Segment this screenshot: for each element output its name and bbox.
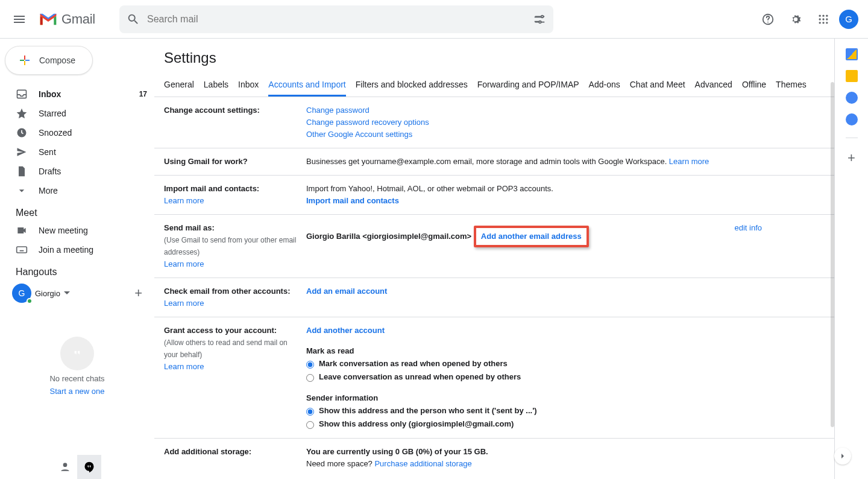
row-label: Grant access to your account: bbox=[164, 326, 277, 335]
chat-bottom-tabs bbox=[0, 455, 154, 479]
sidebar-item-label: Inbox bbox=[39, 89, 128, 99]
row-sublabel: (Allow others to read and send mail on y… bbox=[164, 338, 288, 359]
sidebar-item-label: Snoozed bbox=[39, 128, 147, 138]
get-addons-button[interactable]: + bbox=[848, 150, 855, 166]
row-label: Send mail as: bbox=[164, 223, 215, 232]
sidebar-item-inbox[interactable]: Inbox 17 bbox=[0, 84, 154, 104]
tasks-app-icon[interactable] bbox=[846, 92, 858, 104]
add-another-email-link[interactable]: Add another email address bbox=[481, 232, 582, 241]
tab-accounts-and-import[interactable]: Accounts and Import bbox=[268, 74, 345, 97]
compose-label: Compose bbox=[39, 56, 75, 65]
check-learn-more-link[interactable]: Learn more bbox=[164, 299, 204, 308]
tab-general[interactable]: General bbox=[164, 74, 194, 97]
gmail-logo[interactable]: Gmail bbox=[39, 11, 95, 28]
row-label: Import mail and contacts: bbox=[164, 184, 259, 193]
plus-multicolor-icon bbox=[17, 53, 32, 68]
apps-grid-icon bbox=[817, 13, 829, 25]
edit-info-link[interactable]: edit info bbox=[734, 222, 762, 234]
contacts-app-icon[interactable] bbox=[846, 113, 858, 125]
star-icon bbox=[16, 107, 28, 119]
mark-as-read-heading: Mark as read bbox=[306, 346, 354, 355]
svg-point-8 bbox=[822, 18, 824, 20]
row-send-mail-as: Send mail as: (Use Gmail to send from yo… bbox=[154, 215, 834, 278]
sidebar-item-new-meeting[interactable]: New meeting bbox=[0, 221, 154, 240]
tab-chat-meet[interactable]: Chat and Meet bbox=[630, 74, 685, 97]
sidebar-item-sent[interactable]: Sent bbox=[0, 142, 154, 162]
row-check-email: Check email from other accounts: Learn m… bbox=[154, 278, 834, 317]
grant-learn-more-link[interactable]: Learn more bbox=[164, 362, 204, 371]
mark-read-option: Mark conversation as read when opened by… bbox=[319, 358, 508, 370]
new-chat-button[interactable]: + bbox=[134, 285, 142, 301]
annotation-highlight-box: Add another email address bbox=[474, 226, 589, 247]
tab-filters[interactable]: Filters and blocked addresses bbox=[356, 74, 468, 97]
tab-themes[interactable]: Themes bbox=[776, 74, 807, 97]
tab-offline[interactable]: Offline bbox=[742, 74, 766, 97]
svg-point-9 bbox=[826, 18, 828, 20]
purchase-storage-link[interactable]: Purchase additional storage bbox=[374, 459, 471, 468]
chat-tab-hangouts[interactable] bbox=[77, 455, 101, 479]
sidebar-item-label: Join a meeting bbox=[39, 245, 147, 255]
svg-point-12 bbox=[826, 22, 828, 24]
settings-content[interactable]: Change account settings: Change password… bbox=[154, 97, 834, 479]
sidebar-item-more[interactable]: More bbox=[0, 181, 154, 200]
storage-usage: You are currently using 0 GB (0%) of you… bbox=[306, 447, 488, 456]
other-account-settings-link[interactable]: Other Google Account settings bbox=[306, 130, 412, 139]
sidebar-item-snoozed[interactable]: Snoozed bbox=[0, 123, 154, 142]
change-password-link[interactable]: Change password bbox=[306, 106, 370, 115]
scrollbar[interactable] bbox=[831, 82, 834, 427]
main-menu-button[interactable] bbox=[5, 5, 34, 34]
add-another-account-link[interactable]: Add another account bbox=[306, 326, 385, 335]
search-options-icon[interactable] bbox=[533, 13, 546, 26]
change-recovery-link[interactable]: Change password recovery options bbox=[306, 118, 429, 127]
show-sent-by-radio[interactable] bbox=[306, 408, 314, 416]
row-label: Add additional storage: bbox=[164, 446, 297, 458]
sidebar-item-label: Starred bbox=[39, 109, 147, 118]
settings-button[interactable] bbox=[784, 7, 808, 31]
header-actions: G bbox=[756, 7, 858, 31]
sidebar-item-join-meeting[interactable]: Join a meeting bbox=[0, 240, 154, 259]
tab-addons[interactable]: Add-ons bbox=[589, 74, 620, 97]
chat-empty-state: No recent chats Start a new one bbox=[0, 306, 154, 455]
row-label: Using Gmail for work? bbox=[164, 156, 297, 168]
workspace-learn-more-link[interactable]: Learn more bbox=[669, 157, 709, 166]
page-title: Settings bbox=[154, 39, 834, 74]
search-bar[interactable] bbox=[119, 5, 553, 33]
row-import-mail: Import mail and contacts: Learn more Imp… bbox=[154, 176, 834, 215]
side-panel-toggle[interactable] bbox=[834, 448, 851, 465]
add-email-account-link[interactable]: Add an email account bbox=[306, 287, 387, 296]
import-description: Import from Yahoo!, Hotmail, AOL, or oth… bbox=[306, 184, 553, 193]
svg-point-3 bbox=[767, 21, 769, 22]
hangouts-user-row[interactable]: G Giorgio + bbox=[0, 280, 154, 306]
support-button[interactable] bbox=[756, 7, 780, 31]
keep-app-icon[interactable] bbox=[846, 70, 858, 82]
import-learn-more-link[interactable]: Learn more bbox=[164, 196, 204, 205]
search-input[interactable] bbox=[140, 14, 533, 25]
leave-unread-radio[interactable] bbox=[306, 374, 314, 382]
presence-indicator bbox=[27, 298, 33, 304]
row-storage: Add additional storage: You are currentl… bbox=[154, 439, 834, 477]
account-avatar[interactable]: G bbox=[839, 10, 858, 29]
chevron-down-icon bbox=[16, 185, 28, 197]
tab-inbox[interactable]: Inbox bbox=[238, 74, 259, 97]
show-sent-by-option: Show this address and the person who sen… bbox=[319, 405, 537, 417]
import-mail-action[interactable]: Import mail and contacts bbox=[306, 196, 399, 205]
sendas-learn-more-link[interactable]: Learn more bbox=[164, 259, 204, 268]
sidebar-item-starred[interactable]: Starred bbox=[0, 104, 154, 123]
work-description: Businesses get yourname@example.com emai… bbox=[306, 157, 669, 166]
sidebar-item-drafts[interactable]: Drafts bbox=[0, 162, 154, 181]
show-address-only-radio[interactable] bbox=[306, 421, 314, 429]
chat-tab-contacts[interactable] bbox=[53, 455, 77, 479]
calendar-app-icon[interactable] bbox=[846, 48, 858, 60]
tab-advanced[interactable]: Advanced bbox=[695, 74, 732, 97]
compose-button[interactable]: Compose bbox=[5, 46, 93, 75]
tab-labels[interactable]: Labels bbox=[204, 74, 228, 97]
apps-button[interactable] bbox=[811, 7, 835, 31]
row-using-gmail-work: Using Gmail for work? Businesses get you… bbox=[154, 148, 834, 176]
help-icon bbox=[761, 13, 775, 26]
start-new-chat-link[interactable]: Start a new one bbox=[49, 387, 104, 396]
file-icon bbox=[16, 165, 28, 177]
mark-read-radio[interactable] bbox=[306, 361, 314, 369]
sidebar-item-label: Sent bbox=[39, 147, 147, 157]
tab-forwarding[interactable]: Forwarding and POP/IMAP bbox=[477, 74, 579, 97]
svg-point-10 bbox=[819, 22, 821, 24]
